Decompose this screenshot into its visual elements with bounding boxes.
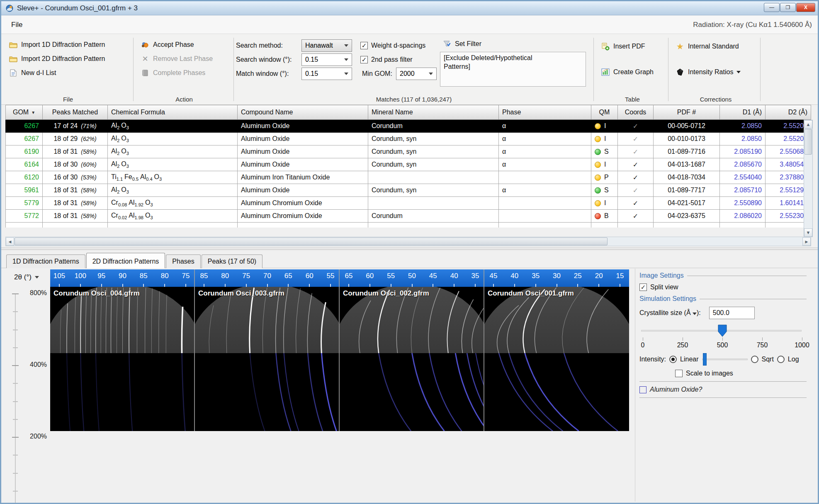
menu-bar: File Radiation: X-ray (Cu Kα1 1.540600 Å… [1,16,818,34]
horizontal-scrollbar[interactable]: ◄ ► [5,237,811,246]
scroll-left-icon[interactable]: ◄ [6,237,14,246]
scroll-up-icon[interactable]: ▲ [804,120,812,128]
diffraction-image[interactable]: Corundum Osci_002.gfrm [340,287,484,431]
import-2d-button[interactable]: Import 2D Diffraction Pattern [6,53,107,65]
diffraction-image[interactable]: Corundum Osci_001.gfrm [484,287,629,431]
tab-peaks-17-of-50-[interactable]: Peaks (17 of 50) [202,254,262,268]
table-row[interactable]: 626718 of 29(62%)Al2O3Aluminum OxideCoru… [5,133,811,145]
scale-to-images-checkbox[interactable]: Scale to images [639,370,807,377]
table-row[interactable]: 616418 of 30(60%)Al2O3Aluminum OxideCoru… [5,158,811,171]
diamond-icon [676,68,685,76]
theta-axis-button[interactable]: 2θ (°) [5,270,48,284]
folder-icon [9,41,18,49]
insert-pdf-button[interactable]: Insert PDF [598,40,647,53]
table-row[interactable]: 596118 of 31(58%)Al2O3Aluminum OxideCoru… [5,184,811,197]
intensity-ratios-button[interactable]: Intensity Ratios [673,66,743,78]
scroll-down-icon[interactable]: ▼ [804,228,812,237]
column-header-d2[interactable]: D2 (Å) [766,105,811,120]
search-window-input[interactable]: 0.15 [301,53,352,66]
cell-compound: Aluminum Oxide [238,184,368,197]
intensity-mini-slider[interactable] [702,353,748,366]
column-header-formula[interactable]: Chemical Formula [108,105,238,120]
cell-phase: α [499,145,591,158]
cell-peaks: 18 of 29(62%) [43,133,108,145]
intensity-mini-thumb[interactable] [703,353,707,366]
cell-peaks: 18 of 31(58%) [43,145,108,158]
split-view-checkbox[interactable]: ✓ Split view [639,284,807,291]
cell-mineral: Corundum, syn [368,145,499,158]
table-row[interactable]: 577218 of 31(58%)Cr0.02Al1.98O3Aluminum … [5,210,811,223]
scroll-right-icon[interactable]: ► [802,237,811,246]
crystallite-size-input[interactable]: 500.0 [709,307,755,319]
cell-phase [499,171,591,184]
column-header-pdf[interactable]: PDF # [654,105,720,120]
second-pass-filter-checkbox[interactable]: ✓ 2nd pass filter [360,54,413,65]
chevron-down-icon [429,73,433,75]
column-header-peaks[interactable]: Peaks Matched [43,105,108,120]
internal-standard-button[interactable]: ★ Internal Standard [673,40,741,53]
tab-phases[interactable]: Phases [166,254,200,268]
image-title: Corundum Osci_001.gfrm [488,289,574,298]
complete-phases-button[interactable]: Complete Phases [138,67,208,79]
column-header-mineral[interactable]: Mineral Name [368,105,499,120]
table-row-partial[interactable] [5,223,811,228]
tab-1d-diffraction-patterns[interactable]: 1D Diffraction Patterns [6,254,85,268]
cell-coords: ✓ [618,145,654,158]
phase-legend-item[interactable]: Aluminum Oxide? [639,386,807,393]
cell-compound: Aluminum Chromium Oxide [238,197,368,210]
remove-last-phase-button[interactable]: ✕ Remove Last Phase [138,53,215,65]
match-window-input[interactable]: 0.15 [301,68,352,80]
column-header-compound[interactable]: Compound Name [238,105,368,120]
image-title: Corundum Osci_004.gfrm [53,289,140,298]
cell-pdf: 00-005-0712 [654,120,720,133]
accept-phase-button[interactable]: Accept Phase [138,39,197,51]
column-header-d1[interactable]: D1 (Å) [720,105,766,120]
cell-coords: ✓ [618,158,654,171]
create-graph-button[interactable]: Create Graph [598,66,656,78]
slider-thumb[interactable] [717,324,727,337]
toolbar-ribbon: Import 1D Diffraction Pattern Import 2D … [1,34,818,105]
import-1d-button[interactable]: Import 1D Diffraction Pattern [6,39,107,51]
chevron-down-icon [344,44,348,47]
tab-2d-diffraction-patterns[interactable]: 2D Diffraction Patterns [86,253,165,268]
min-gom-input[interactable]: 2000 [396,68,437,80]
crystallite-slider[interactable]: 02505007501000 [639,323,807,351]
maximize-button[interactable]: ❐ [780,3,796,12]
table-row[interactable]: 612016 of 30(53%)Ti1.1Fe0.5Al0.4O3Alumin… [5,171,811,184]
filter-note-box: [Exclude Deleted/Hypothetical Patterns] [440,52,586,87]
diffraction-image[interactable]: Corundum Osci_003.gfrm [195,287,340,431]
radio-log[interactable] [777,356,785,363]
radio-sqrt[interactable] [751,356,758,363]
vertical-scrollbar[interactable]: ▲ ▼ [804,120,813,237]
close-button[interactable]: X [796,3,815,12]
check-icon: ✓ [633,148,638,156]
vertical-scroll-thumb[interactable] [804,129,812,155]
phase-legend-label: Aluminum Oxide? [650,386,702,393]
document-icon [9,69,18,77]
weight-d-spacings-checkbox[interactable]: ✓ Weight d-spacings [360,40,425,51]
radio-linear[interactable] [669,356,677,363]
intensity-label: Intensity: [639,356,666,363]
column-header-coords[interactable]: Coords [618,105,654,120]
qm-dot-icon [595,213,601,219]
table-row[interactable]: 626717 of 24(71%)Al2O3Aluminum OxideCoru… [5,120,811,133]
menu-file[interactable]: File [8,20,26,30]
cell-phase [499,197,591,210]
diffraction-image[interactable]: Corundum Osci_004.gfrm [50,287,195,431]
column-header-gom[interactable]: GOM▼ [5,105,43,120]
search-method-select[interactable]: Hanawalt [301,39,352,52]
table-row[interactable]: 619018 of 31(58%)Al2O3Aluminum OxideCoru… [5,145,811,158]
cell-compound: Aluminum Oxide [238,120,368,133]
qm-dot-icon [595,174,601,181]
column-header-qm[interactable]: QM [591,105,618,120]
sort-desc-icon: ▼ [31,110,35,115]
new-di-list-button[interactable]: New d-I List [6,67,58,79]
check-icon: ✓ [633,199,638,207]
checkbox-checked-icon: ✓ [360,56,368,63]
column-header-phase[interactable]: Phase [499,105,591,120]
set-filter-button[interactable]: Set Filter [440,38,484,50]
horizontal-scroll-thumb[interactable] [15,237,608,245]
minimize-button[interactable]: — [764,3,780,12]
cell-mineral: Corundum [368,210,499,223]
table-row[interactable]: 577918 of 31(58%)Cr0.08Al1.92O3Aluminum … [5,197,811,210]
